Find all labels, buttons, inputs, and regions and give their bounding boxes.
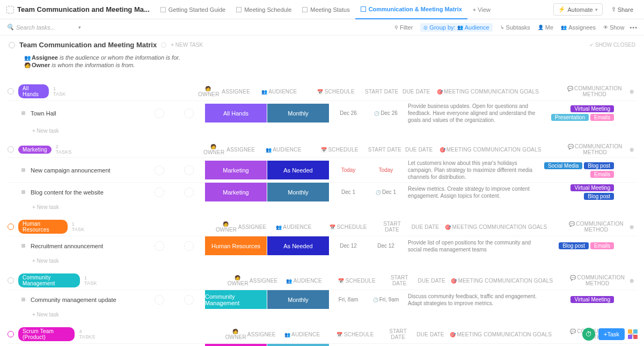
col-schedule[interactable]: 📅SCHEDULE: [331, 278, 383, 284]
group-toggle-icon[interactable]: [8, 224, 14, 230]
assignee-cell[interactable]: [173, 188, 205, 197]
task-name[interactable]: Blog content for the website: [8, 189, 146, 196]
task-row[interactable]: Community management update Community Ma…: [8, 290, 636, 309]
search-input[interactable]: 🔍Search tasks...: [6, 24, 76, 31]
task-row[interactable]: Town Hall All Hands Monthly Dec 26 🕑Dec …: [8, 100, 636, 125]
col-start-date[interactable]: START DATE: [376, 221, 409, 233]
col-schedule[interactable]: 📅SCHEDULE: [329, 331, 382, 337]
col-due-date[interactable]: DUE DATE: [415, 278, 448, 284]
task-name[interactable]: New campaign announcement: [8, 167, 146, 174]
col-audience[interactable]: 👥AUDIENCE: [267, 224, 321, 230]
col-owner[interactable]: 🧑OWNER: [224, 328, 247, 340]
task-row[interactable]: Daily Scrum Scrum Team (Product) Daily T…: [8, 343, 636, 346]
col-audience[interactable]: 👥AUDIENCE: [255, 147, 312, 153]
schedule-cell[interactable]: Monthly: [267, 183, 329, 201]
col-method[interactable]: 💬COMMUNICATION METHOD: [562, 85, 627, 97]
methods-cell[interactable]: Virtual Meeting: [544, 294, 614, 305]
owner-cell[interactable]: [146, 109, 173, 118]
tab-communication-matrix[interactable]: Communication & Meeting Matrix: [355, 0, 467, 19]
goals-cell[interactable]: Let customers know about this year's hol…: [405, 158, 544, 182]
col-schedule[interactable]: 📅SCHEDULE: [308, 89, 364, 95]
due-date-cell[interactable]: 🕑Fri, 9am: [367, 297, 405, 302]
col-start-date[interactable]: START DATE: [383, 275, 415, 286]
audience-cell[interactable]: All Hands: [205, 104, 267, 122]
col-due-date[interactable]: DUE DATE: [414, 331, 447, 337]
col-assignee[interactable]: ASSIGNEE: [238, 224, 267, 230]
col-owner[interactable]: 🧑OWNER: [226, 275, 250, 286]
col-due-date[interactable]: DUE DATE: [399, 89, 434, 95]
add-column-button[interactable]: ⊕: [627, 147, 636, 153]
start-date-cell[interactable]: Dec 26: [330, 110, 367, 116]
method-pill[interactable]: Blog post: [559, 242, 589, 249]
col-goals[interactable]: 🎯MEETING COMMUNICATION GOALS: [436, 147, 564, 153]
automate-button[interactable]: ⚡ Automate▾: [553, 3, 602, 16]
filter-button[interactable]: ⚲Filter: [394, 24, 413, 31]
goals-cell[interactable]: Provide business updates. Open for quest…: [405, 101, 544, 125]
col-owner[interactable]: 🧑OWNER: [202, 143, 226, 155]
me-button[interactable]: 👤Me: [538, 24, 553, 31]
methods-cell[interactable]: Social MediaBlog postEmails: [544, 161, 614, 179]
due-date-cell[interactable]: 🕑Dec 26: [367, 110, 405, 116]
col-method[interactable]: 💬COMMUNICATION METHOD: [564, 143, 627, 155]
col-start-date[interactable]: START DATE: [364, 89, 399, 95]
col-audience[interactable]: 👥AUDIENCE: [251, 89, 308, 95]
method-pill[interactable]: Virtual Meeting: [570, 184, 614, 191]
audience-cell[interactable]: Marketing: [205, 161, 267, 179]
new-task-row[interactable]: + New task: [8, 309, 636, 318]
new-task-row[interactable]: + New task: [8, 255, 636, 264]
col-goals[interactable]: 🎯MEETING COMMUNICATION GOALS: [447, 331, 567, 337]
col-method[interactable]: 💬COMMUNICATION METHOD: [566, 221, 627, 233]
task-row[interactable]: New campaign announcement Marketing As N…: [8, 157, 636, 182]
show-button[interactable]: 👁Show: [603, 24, 625, 31]
task-name[interactable]: Town Hall: [8, 110, 146, 117]
method-pill[interactable]: Emails: [590, 242, 614, 249]
method-pill[interactable]: Emails: [590, 171, 614, 178]
new-task-row[interactable]: + New task: [8, 201, 636, 210]
apps-grid-button[interactable]: [628, 329, 638, 339]
col-schedule[interactable]: 📅SCHEDULE: [312, 147, 368, 153]
col-start-date[interactable]: START DATE: [382, 328, 414, 340]
owner-cell[interactable]: [146, 188, 173, 197]
schedule-cell[interactable]: As Needed: [267, 236, 329, 255]
status-square-icon[interactable]: [21, 298, 25, 301]
assignee-cell[interactable]: [173, 109, 205, 118]
due-date-cell[interactable]: 🕑Dec 1: [367, 189, 405, 195]
add-view-button[interactable]: + View: [467, 0, 496, 19]
col-goals[interactable]: 🎯MEETING COMMUNICATION GOALS: [434, 89, 562, 95]
task-name[interactable]: Recruitment announcement: [8, 243, 146, 249]
new-task-button[interactable]: + NEW TASK: [171, 42, 203, 48]
show-closed-button[interactable]: ✓ SHOW CLOSED: [589, 42, 635, 48]
add-column-button[interactable]: ⊕: [627, 278, 636, 284]
method-pill[interactable]: Virtual Meeting: [570, 105, 614, 112]
col-schedule[interactable]: 📅SCHEDULE: [321, 224, 376, 230]
col-goals[interactable]: 🎯MEETING COMMUNICATION GOALS: [442, 224, 565, 230]
timer-button[interactable]: ⏱: [582, 328, 595, 341]
method-pill[interactable]: Blog post: [584, 162, 614, 169]
task-row[interactable]: Recruitment announcement Human Resources…: [8, 236, 636, 255]
task-name[interactable]: Community management update: [8, 297, 146, 303]
audience-cell[interactable]: Human Resources: [205, 236, 267, 255]
audience-cell[interactable]: Community Management: [205, 290, 267, 309]
group-badge[interactable]: Community Management: [18, 273, 80, 287]
methods-cell[interactable]: Virtual MeetingPresentationEmails: [544, 104, 614, 122]
new-task-row[interactable]: + New task: [8, 125, 636, 134]
add-column-button[interactable]: ⊕: [627, 224, 636, 230]
owner-cell[interactable]: [146, 241, 173, 251]
schedule-cell[interactable]: Monthly: [267, 290, 329, 309]
owner-cell[interactable]: [146, 295, 173, 305]
status-square-icon[interactable]: [21, 168, 25, 172]
schedule-cell[interactable]: Daily: [267, 344, 329, 346]
start-date-cell[interactable]: Fri, 8am: [330, 297, 367, 302]
due-date-cell[interactable]: Dec 12: [367, 243, 405, 249]
group-badge[interactable]: Human Resources: [18, 220, 68, 234]
col-assignee[interactable]: ASSIGNEE: [221, 89, 251, 95]
methods-cell[interactable]: Blog postEmails: [544, 241, 614, 251]
col-owner[interactable]: 🧑OWNER: [196, 85, 221, 97]
method-pill[interactable]: Social Media: [544, 162, 582, 169]
assignee-cell[interactable]: [173, 241, 205, 251]
share-button[interactable]: ⇪ Share: [607, 4, 638, 15]
status-square-icon[interactable]: [21, 190, 25, 194]
group-badge[interactable]: Scrum Team (Product): [18, 327, 75, 341]
tab-getting-started[interactable]: Getting Started Guide: [155, 0, 231, 19]
col-start-date[interactable]: START DATE: [368, 147, 402, 153]
